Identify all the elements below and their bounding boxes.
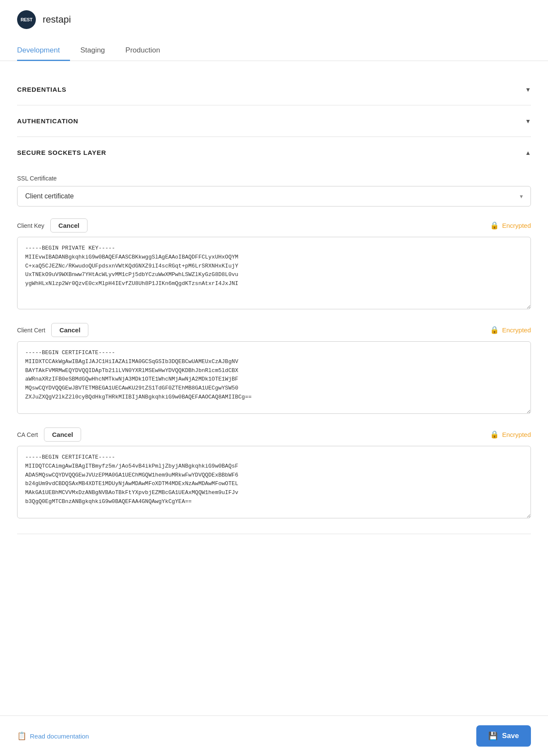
tab-development[interactable]: Development	[17, 41, 70, 61]
save-button[interactable]: 💾 Save	[476, 725, 531, 747]
tab-staging[interactable]: Staging	[70, 41, 115, 61]
section-ssl: SECURE SOCKETS LAYER ▲ SSL Certificate C…	[17, 137, 531, 534]
lock-icon: 🔒	[490, 221, 499, 230]
section-ssl-title: SECURE SOCKETS LAYER	[17, 149, 106, 156]
app-name: restapi	[43, 14, 71, 25]
ca-cert-header: CA Cert Cancel 🔒 Encrypted	[17, 427, 531, 442]
section-authentication-title: AUTHENTICATION	[17, 117, 78, 125]
section-credentials: CREDENTIALS ▼	[17, 74, 531, 105]
client-cert-textarea[interactable]: -----BEGIN CERTIFICATE----- MIIDXTCCAkWg…	[17, 341, 531, 414]
ca-cert-cancel-button[interactable]: Cancel	[44, 427, 81, 442]
book-icon: 📋	[17, 731, 26, 741]
client-cert-encrypted-badge: 🔒 Encrypted	[490, 326, 531, 334]
section-credentials-title: CREDENTIALS	[17, 86, 66, 93]
ssl-certificate-field: SSL Certificate Client certificate ▾	[17, 175, 531, 206]
ca-cert-label: CA Cert	[17, 431, 38, 438]
client-key-field: Client Key Cancel 🔒 Encrypted -----BEGIN…	[17, 218, 531, 311]
client-key-textarea[interactable]: -----BEGIN PRIVATE KEY----- MIIEvwIBADAN…	[17, 237, 531, 309]
client-key-cancel-button[interactable]: Cancel	[50, 218, 87, 233]
read-documentation-link[interactable]: 📋 Read documentation	[17, 731, 89, 741]
ca-cert-encrypted-badge: 🔒 Encrypted	[490, 430, 531, 439]
client-cert-encrypted-label: Encrypted	[502, 326, 531, 334]
app-logo: REST	[17, 10, 36, 29]
section-credentials-chevron: ▼	[525, 86, 531, 93]
ssl-certificate-dropdown[interactable]: Client certificate ▾	[17, 186, 531, 206]
client-key-encrypted-label: Encrypted	[502, 222, 531, 229]
client-key-header: Client Key Cancel 🔒 Encrypted	[17, 218, 531, 233]
client-cert-label: Client Cert	[17, 327, 45, 334]
section-authentication: AUTHENTICATION ▼	[17, 105, 531, 137]
client-cert-cancel-button[interactable]: Cancel	[51, 323, 88, 337]
tab-production[interactable]: Production	[115, 41, 170, 61]
footer: 📋 Read documentation 💾 Save	[0, 715, 548, 756]
ca-cert-encrypted-label: Encrypted	[502, 431, 531, 438]
client-cert-header: Client Cert Cancel 🔒 Encrypted	[17, 323, 531, 337]
ca-cert-field: CA Cert Cancel 🔒 Encrypted -----BEGIN CE…	[17, 427, 531, 520]
tabs-container: Development Staging Production	[0, 41, 548, 61]
chevron-down-icon: ▾	[520, 193, 523, 200]
ca-cert-textarea[interactable]: -----BEGIN CERTIFICATE----- MIIDQTCCAimg…	[17, 446, 531, 518]
client-key-encrypted-badge: 🔒 Encrypted	[490, 221, 531, 230]
section-authentication-header[interactable]: AUTHENTICATION ▼	[17, 105, 531, 137]
section-authentication-chevron: ▼	[525, 118, 531, 125]
read-docs-label: Read documentation	[30, 733, 89, 740]
ssl-certificate-value: Client certificate	[25, 192, 74, 200]
client-cert-field: Client Cert Cancel 🔒 Encrypted -----BEGI…	[17, 323, 531, 416]
save-label: Save	[502, 732, 519, 740]
lock-icon: 🔒	[490, 326, 499, 334]
save-icon: 💾	[488, 731, 498, 741]
lock-icon: 🔒	[490, 430, 499, 439]
section-ssl-chevron: ▲	[525, 149, 531, 156]
ssl-certificate-label: SSL Certificate	[17, 175, 531, 182]
ssl-section-body: SSL Certificate Client certificate ▾ Cli…	[17, 168, 531, 534]
app-header: REST restapi	[0, 0, 548, 29]
section-credentials-header[interactable]: CREDENTIALS ▼	[17, 74, 531, 105]
main-content: CREDENTIALS ▼ AUTHENTICATION ▼ SECURE SO…	[0, 61, 548, 585]
client-key-label: Client Key	[17, 222, 44, 229]
section-ssl-header[interactable]: SECURE SOCKETS LAYER ▲	[17, 137, 531, 168]
